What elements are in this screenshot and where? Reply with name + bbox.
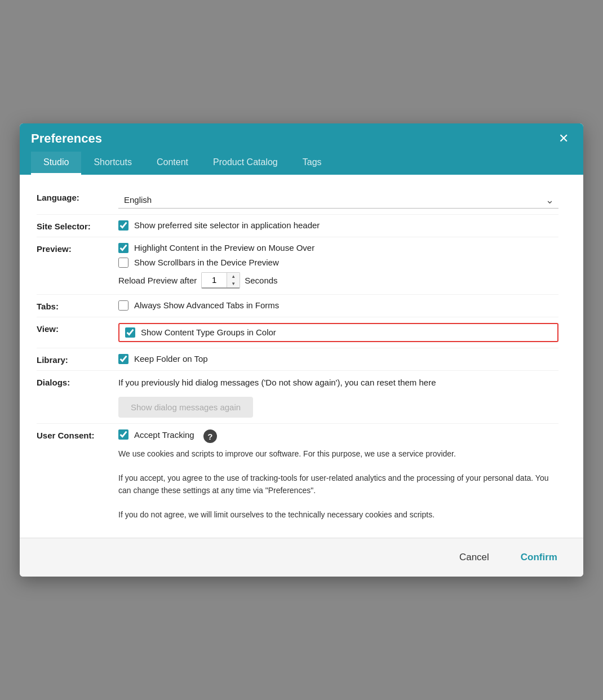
tabs-control: Always Show Advanced Tabs in Forms <box>118 300 558 311</box>
reload-unit-label: Seconds <box>245 276 277 285</box>
show-dialog-messages-button[interactable]: Show dialog messages again <box>118 397 253 418</box>
reload-down-button[interactable]: ▼ <box>227 280 240 287</box>
dialogs-row: Dialogs: If you previously hid dialog me… <box>37 371 558 424</box>
dialog-body: Language: English German French Spanish … <box>20 175 583 538</box>
tabs-checkbox[interactable] <box>118 300 128 311</box>
accept-tracking-checkbox[interactable] <box>118 429 128 440</box>
help-icon[interactable]: ? <box>203 429 217 443</box>
dialogs-description: If you previously hid dialog messages ('… <box>118 376 558 389</box>
tab-shortcuts[interactable]: Shortcuts <box>81 152 144 175</box>
consent-text-2: If you accept, you agree to the use of t… <box>118 472 558 497</box>
user-consent-control: Accept Tracking ? We use cookies and scr… <box>118 429 558 521</box>
view-control: Show Content Type Groups in Color <box>118 323 558 342</box>
accept-tracking-row: Accept Tracking ? <box>118 429 558 443</box>
reload-up-button[interactable]: ▲ <box>227 273 240 280</box>
library-checkbox-label: Keep Folder on Top <box>134 354 208 364</box>
user-consent-label: User Consent: <box>37 429 118 440</box>
tab-tags[interactable]: Tags <box>290 152 334 175</box>
reload-input-wrapper: ▲ ▼ <box>201 272 240 289</box>
highlight-checkbox[interactable] <box>118 243 128 253</box>
dialog-footer: Cancel Confirm <box>20 538 583 577</box>
dialog-header: Preferences ✕ Studio Shortcuts Content P… <box>20 123 583 175</box>
language-control: English German French Spanish <box>118 192 558 209</box>
reload-number-input[interactable] <box>202 273 227 287</box>
consent-text-1: We use cookies and scripts to improve ou… <box>118 448 558 460</box>
confirm-button[interactable]: Confirm <box>511 547 567 568</box>
library-label: Library: <box>37 354 118 365</box>
tab-bar: Studio Shortcuts Content Product Catalog… <box>31 152 572 175</box>
accept-tracking-checkbox-row: Accept Tracking <box>118 429 194 440</box>
preferences-dialog: Preferences ✕ Studio Shortcuts Content P… <box>20 123 583 577</box>
view-row: View: Show Content Type Groups in Color <box>37 317 558 348</box>
site-selector-checkbox-label: Show preferred site selector in applicat… <box>134 220 320 230</box>
preview-control: Highlight Content in the Preview on Mous… <box>118 243 558 289</box>
site-selector-control: Show preferred site selector in applicat… <box>118 220 558 231</box>
user-consent-row: User Consent: Accept Tracking ? We use c… <box>37 424 558 526</box>
tab-studio[interactable]: Studio <box>31 152 81 175</box>
view-checkbox-label: Show Content Type Groups in Color <box>141 327 276 337</box>
site-selector-checkbox-row: Show preferred site selector in applicat… <box>118 220 558 231</box>
library-checkbox[interactable] <box>118 354 128 364</box>
language-select-wrapper[interactable]: English German French Spanish <box>118 192 558 209</box>
tabs-label: Tabs: <box>37 300 118 311</box>
preview-label: Preview: <box>37 243 118 254</box>
accept-tracking-label: Accept Tracking <box>134 430 194 440</box>
site-selector-checkbox[interactable] <box>118 220 128 231</box>
consent-text-3: If you do not agree, we will limit ourse… <box>118 508 558 521</box>
highlight-checkbox-row: Highlight Content in the Preview on Mous… <box>118 243 558 253</box>
tabs-row: Tabs: Always Show Advanced Tabs in Forms <box>37 295 558 317</box>
dialog-title: Preferences <box>31 131 102 146</box>
reload-row: Reload Preview after ▲ ▼ Seconds <box>118 272 558 289</box>
language-select[interactable]: English German French Spanish <box>118 192 558 209</box>
highlight-label: Highlight Content in the Preview on Mous… <box>134 243 314 252</box>
content-area: Language: English German French Spanish … <box>20 175 575 538</box>
reload-label: Reload Preview after <box>118 276 197 285</box>
cancel-button[interactable]: Cancel <box>449 547 499 568</box>
tabs-checkbox-label: Always Show Advanced Tabs in Forms <box>134 300 279 310</box>
scrollbars-label: Show Scrollbars in the Device Preview <box>134 258 279 267</box>
library-row: Library: Keep Folder on Top <box>37 348 558 371</box>
library-control: Keep Folder on Top <box>118 354 558 364</box>
scrollbars-checkbox-row: Show Scrollbars in the Device Preview <box>118 258 558 268</box>
reload-arrows: ▲ ▼ <box>227 273 240 287</box>
tab-product-catalog[interactable]: Product Catalog <box>201 152 290 175</box>
view-label: View: <box>37 323 118 334</box>
language-label: Language: <box>37 192 118 202</box>
tabs-checkbox-row: Always Show Advanced Tabs in Forms <box>118 300 558 311</box>
scrollbars-checkbox[interactable] <box>118 258 128 268</box>
site-selector-label: Site Selector: <box>37 220 118 231</box>
preview-row: Preview: Highlight Content in the Previe… <box>37 237 558 295</box>
view-highlight-row: Show Content Type Groups in Color <box>118 323 558 342</box>
language-row: Language: English German French Spanish <box>37 186 558 215</box>
library-checkbox-row: Keep Folder on Top <box>118 354 558 364</box>
dialogs-label: Dialogs: <box>37 376 118 387</box>
title-row: Preferences ✕ <box>31 131 572 146</box>
view-checkbox[interactable] <box>125 327 135 338</box>
site-selector-row: Site Selector: Show preferred site selec… <box>37 215 558 237</box>
dialogs-control: If you previously hid dialog messages ('… <box>118 376 558 418</box>
tab-content[interactable]: Content <box>144 152 201 175</box>
close-button[interactable]: ✕ <box>555 131 572 146</box>
